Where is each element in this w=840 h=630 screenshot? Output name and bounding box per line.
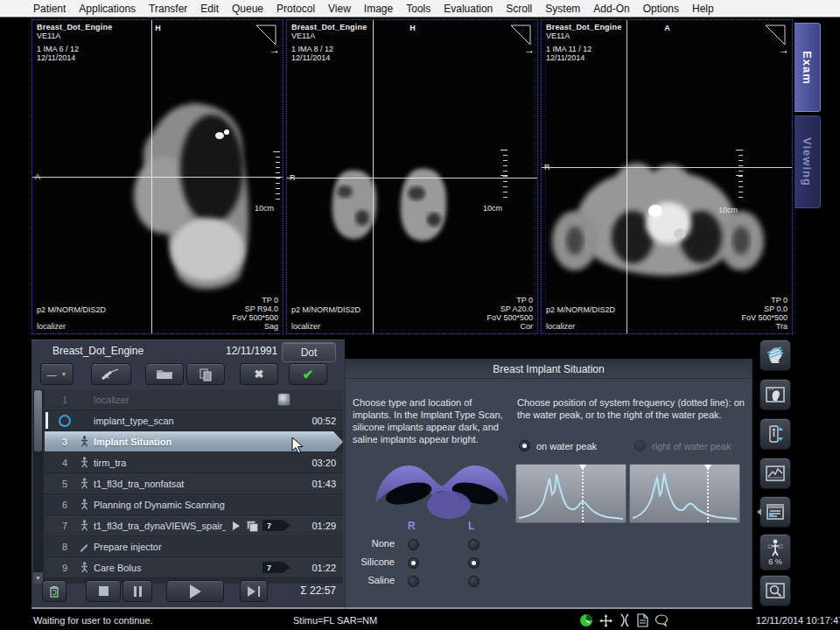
queue-scrollbar[interactable]: ▼ — [33, 389, 43, 584]
skip-to-end-button[interactable] — [240, 580, 268, 602]
stop-button[interactable] — [86, 580, 121, 602]
queue-row-prepare-injector[interactable]: 8 Prepare injector — [45, 536, 343, 557]
play-icon[interactable] — [233, 522, 240, 530]
radio-right-of-water-peak[interactable] — [634, 440, 646, 452]
reference-line-horizontal[interactable] — [32, 177, 283, 178]
patient-table-button[interactable] — [760, 418, 791, 450]
play-button[interactable] — [166, 580, 224, 602]
step-icon-slot — [74, 499, 94, 510]
orientation-label-side: R — [290, 173, 296, 182]
orientation-label-top: H — [155, 24, 161, 32]
image-corner-icon[interactable] — [510, 24, 531, 46]
menu-view[interactable]: View — [328, 3, 351, 15]
sp-value: SP R94.0 — [232, 304, 278, 313]
delete-button[interactable] — [42, 580, 66, 602]
option-on-water-peak[interactable]: on water peak — [519, 440, 597, 452]
menu-system[interactable]: System — [545, 3, 580, 15]
menu-options[interactable]: Options — [643, 3, 679, 15]
plane-label: Sag — [232, 322, 278, 331]
confirm-button[interactable]: ✔ — [289, 363, 327, 385]
step-number: 8 — [55, 542, 74, 552]
inline-display-button[interactable] — [760, 575, 791, 606]
option-right-of-water-peak[interactable]: right of water peak — [634, 440, 732, 452]
queue-row-implant-type-scan[interactable]: implant_type_scan 00:52 — [45, 410, 343, 431]
series-name: localizer — [37, 322, 106, 331]
dot-button[interactable]: Dot — [282, 342, 336, 362]
queue-row-planning[interactable]: 6 Planning of Dynamic Scanning — [45, 494, 343, 515]
menu-edit[interactable]: Edit — [200, 3, 219, 15]
injector-button[interactable] — [91, 363, 131, 385]
spectrum-curve — [630, 465, 739, 522]
tab-viewing[interactable]: Viewing — [794, 116, 821, 208]
image-corner-icon[interactable] — [256, 24, 276, 46]
orientation-label-top: A — [664, 24, 670, 32]
protocol-sheet-button[interactable] — [760, 496, 791, 528]
menu-evaluation[interactable]: Evaluation — [444, 3, 493, 15]
measurement-count-badge: 7 — [262, 562, 290, 573]
copy-button[interactable] — [186, 363, 225, 385]
step-number: 5 — [55, 479, 74, 489]
reference-line-horizontal[interactable] — [542, 167, 792, 168]
document-icon — [637, 613, 648, 627]
menu-help[interactable]: Help — [692, 3, 714, 15]
reference-line-vertical[interactable] — [373, 20, 374, 333]
menu-addon[interactable]: Add-On — [593, 3, 629, 15]
orientation-label-top: H — [410, 24, 416, 32]
queue-row-nonfatsat[interactable]: 5 t1_fl3d_tra_nonfatsat 01:43 — [45, 473, 343, 494]
cancel-button[interactable]: ✖ — [240, 363, 278, 385]
exam-panel: Breast_Dot_Engine 12/11/1991 Dot — ▼ — [32, 340, 345, 609]
menu-tools[interactable]: Tools — [406, 3, 430, 15]
reference-line-vertical[interactable] — [626, 20, 627, 333]
radio-none-left[interactable] — [468, 539, 480, 550]
radio-saline-left[interactable] — [468, 576, 480, 587]
scrollbar-thumb[interactable] — [34, 390, 42, 452]
image-params: p2 M/NORM/DIS2D — [291, 305, 360, 314]
pause-button[interactable] — [122, 580, 152, 602]
queue-row-tirm-tra[interactable]: 4 tirm_tra 03:20 — [45, 452, 343, 473]
software-version: VE11A — [37, 32, 112, 40]
queue-row-implant-situation[interactable]: 3 Implant Situation — [45, 431, 343, 452]
series-name: localizer — [291, 322, 360, 331]
step-duration: 01:22 — [296, 563, 343, 573]
rail-expand-arrow-icon[interactable] — [753, 508, 761, 515]
menu-patient[interactable]: Patient — [33, 3, 66, 15]
radio-on-water-peak[interactable] — [519, 440, 530, 452]
image-curve-button[interactable] — [760, 458, 791, 489]
radio-silicone-left[interactable] — [468, 557, 480, 569]
plane-label: Tra — [741, 322, 788, 331]
stack-arrow-icon[interactable]: → — [779, 44, 789, 56]
menu-transfer[interactable]: Transfer — [149, 3, 187, 15]
radio-saline-right[interactable] — [408, 576, 419, 587]
stack-arrow-icon[interactable]: → — [270, 44, 280, 56]
image-date: 12/11/2014 — [37, 53, 112, 62]
tab-exam[interactable]: Exam — [794, 23, 821, 112]
status-message: Waiting for user to continue. — [33, 615, 153, 626]
implant-row-saline: Saline — [346, 575, 395, 585]
frequency-spectrum-on-water-peak — [515, 464, 626, 523]
viewport-sagittal[interactable]: Breast_Dot_Engine VE11A 1 IMA 6 / 12 12/… — [32, 19, 284, 334]
stack-arrow-icon[interactable]: → — [524, 44, 535, 56]
image-number: 1 IMA 8 / 12 — [291, 45, 367, 53]
step-name: tirm_tra — [94, 458, 296, 468]
viewport-transversal[interactable]: Breast_Dot_Engine VE11A 1 IMA 11 / 12 12… — [541, 19, 793, 334]
viewport-coronal[interactable]: Breast_Dot_Engine VE11A 1 IMA 8 / 12 12/… — [286, 19, 538, 334]
image-display-button[interactable] — [760, 379, 791, 410]
menu-scroll[interactable]: Scroll — [506, 3, 532, 15]
radio-none-right[interactable] — [408, 539, 419, 550]
sar-monitor-button[interactable]: 6 % — [760, 534, 791, 570]
queue-row-localizer[interactable]: 1 localizer — [45, 389, 343, 410]
trash-icon — [48, 584, 60, 598]
image-corner-icon[interactable] — [765, 24, 786, 46]
queue-row-dynaviews[interactable]: 7 t1_fl3d_tra_dynaVIEWS_spair_1 7 01:29 — [45, 515, 343, 536]
menu-queue[interactable]: Queue — [232, 3, 263, 15]
image-curve-icon — [765, 463, 786, 484]
table-position-dropdown[interactable]: — ▼ — [40, 363, 74, 385]
open-folder-button[interactable] — [145, 363, 184, 385]
radio-silicone-right[interactable] — [408, 557, 419, 569]
menu-applications[interactable]: Applications — [79, 3, 136, 15]
slice-positioning-button[interactable] — [760, 340, 791, 371]
scale-label: 10cm — [483, 204, 502, 213]
menu-protocol[interactable]: Protocol — [276, 3, 315, 15]
queue-row-care-bolus[interactable]: 9 Care Bolus 7 01:22 — [45, 557, 343, 578]
menu-image[interactable]: Image — [364, 3, 393, 15]
